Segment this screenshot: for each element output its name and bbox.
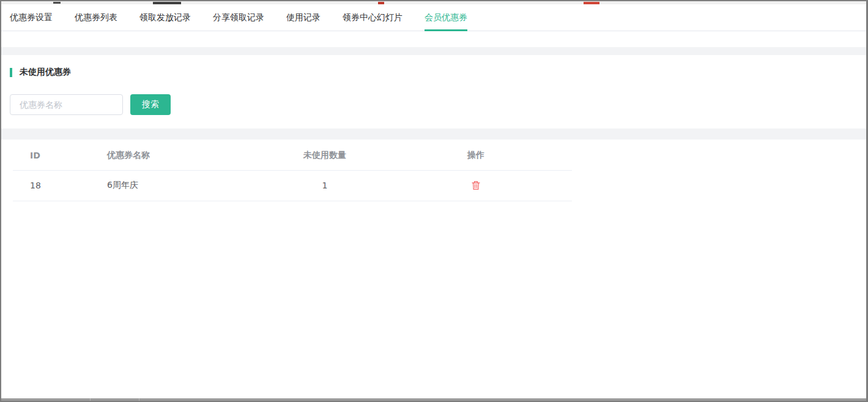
coupons-table: ID 优惠券名称 未使用数量 操作 18 6周年庆 1 [13,141,572,201]
clipped-top-content [1,1,866,4]
column-header-unused: 未使用数量 [270,141,380,170]
title-accent-bar [10,68,12,77]
tab-share-claim-records[interactable]: 分享领取记录 [213,4,264,31]
cell-unused: 1 [270,170,380,201]
search-row: 搜索 [10,94,866,115]
trash-icon [472,181,480,190]
scrollbar-mark [139,398,139,401]
table-row: 18 6周年庆 1 [13,170,572,201]
clipped-fragment [378,2,384,4]
coupons-table-panel: ID 优惠券名称 未使用数量 操作 18 6周年庆 1 [1,140,866,398]
bottom-scrollbar-track[interactable] [1,398,866,401]
cell-name: 6周年庆 [98,170,270,201]
tab-usage-records[interactable]: 使用记录 [286,4,321,31]
tab-coupon-list[interactable]: 优惠券列表 [75,4,117,31]
column-header-action: 操作 [380,141,572,170]
tab-coupon-center-slides[interactable]: 领券中心幻灯片 [343,4,402,31]
section-divider [1,47,866,55]
tab-member-coupons[interactable]: 会员优惠券 [425,4,467,31]
clipped-fragment [53,2,61,4]
tab-bar: 优惠券设置 优惠券列表 领取发放记录 分享领取记录 使用记录 领券中心幻灯片 会… [1,4,866,47]
cell-id: 18 [13,170,98,201]
column-header-id: ID [13,141,98,170]
delete-button[interactable] [470,179,481,192]
app-window: 优惠券设置 优惠券列表 领取发放记录 分享领取记录 使用记录 领券中心幻灯片 会… [0,0,868,402]
unused-coupons-panel: 未使用优惠券 搜索 [1,55,866,128]
clipped-fragment [153,2,181,4]
tab-claim-issue-records[interactable]: 领取发放记录 [139,4,191,31]
column-header-name: 优惠券名称 [98,141,270,170]
section-divider [1,128,866,140]
section-title: 未使用优惠券 [20,67,71,78]
search-button[interactable]: 搜索 [130,94,171,115]
table-header-row: ID 优惠券名称 未使用数量 操作 [13,141,572,170]
panel-title-row: 未使用优惠券 [10,67,866,78]
tab-coupon-settings[interactable]: 优惠券设置 [10,4,53,31]
tabs-nav: 优惠券设置 优惠券列表 领取发放记录 分享领取记录 使用记录 领券中心幻灯片 会… [1,4,866,31]
clipped-fragment [584,2,599,4]
scrollbar-mark [90,398,91,401]
coupon-name-input[interactable] [10,94,123,115]
